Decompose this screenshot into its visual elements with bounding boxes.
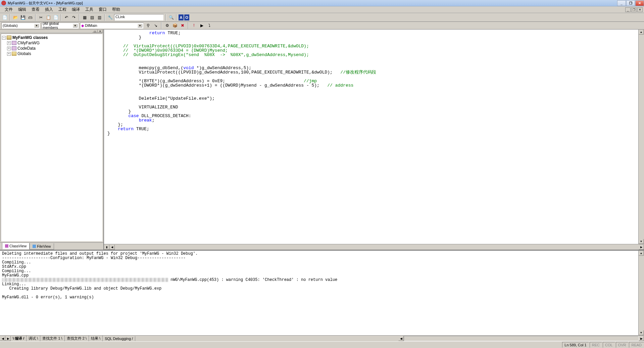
- code-content[interactable]: return TRUE; } // VirtualProtect((LPVOID…: [104, 30, 644, 137]
- fileview-icon: [33, 245, 36, 248]
- window-title: MyFanWG - 创天中文VC++ - [MyFanWG.cpp]: [8, 1, 83, 6]
- collapse-icon[interactable]: −: [2, 36, 6, 40]
- tree-class-cmyfanwg[interactable]: + CMyFanWG: [2, 40, 101, 46]
- compile-icon[interactable]: ⚙: [164, 22, 170, 29]
- mdi-close[interactable]: ✕: [637, 7, 643, 12]
- output-tab-debug[interactable]: 调试 \: [27, 336, 40, 341]
- hscroll-right-icon[interactable]: ▶: [639, 336, 644, 341]
- class-tree[interactable]: − MyFanWG classes + CMyFanWG + CodeData …: [1, 34, 103, 242]
- breakpoint-icon[interactable]: !: [191, 22, 197, 29]
- scroll-down-icon[interactable]: ▼: [639, 239, 644, 244]
- redacted-path: [2, 278, 168, 282]
- stop-build-icon[interactable]: ✖: [179, 22, 186, 29]
- panel-close-icon[interactable]: ✕: [98, 30, 103, 33]
- undo-icon[interactable]: ↶: [63, 14, 70, 21]
- filter-icon[interactable]: ⚲: [145, 22, 151, 29]
- tab-scroll-right-icon[interactable]: ▶: [5, 336, 11, 341]
- members-combo[interactable]: (All global members▼: [41, 22, 79, 29]
- menu-build[interactable]: 编译: [69, 6, 83, 13]
- paste-icon[interactable]: 📄: [52, 14, 59, 21]
- expand-icon[interactable]: +: [7, 41, 11, 45]
- editor-hscrollbar[interactable]: ▮ ◀ ▶: [104, 244, 644, 250]
- tab-fileview[interactable]: FileView: [30, 243, 54, 250]
- statusbar: Ln 589, Col 1 REC COL OVR READ: [0, 341, 644, 348]
- folder-icon: [12, 52, 16, 56]
- redo-icon[interactable]: ↷: [70, 14, 77, 21]
- tab-classview[interactable]: ClassView: [2, 243, 30, 249]
- output-tabs: ◀ ▶ \ 编译 / 调试 \ 查找文件 1 \ 查找文件 2 \ 结果 \ S…: [0, 335, 644, 341]
- save-icon[interactable]: 💾: [19, 14, 26, 21]
- status-read: READ: [629, 342, 644, 348]
- maximize-button[interactable]: ❐: [626, 0, 635, 6]
- mdi-controls: _ ❐ ✕: [625, 7, 644, 12]
- menu-tools[interactable]: 工具: [83, 6, 96, 13]
- class-icon: [12, 41, 16, 45]
- new-file-icon[interactable]: 📄: [1, 14, 8, 21]
- output-window-icon[interactable]: ▤: [89, 14, 95, 21]
- tree-root[interactable]: − MyFanWG classes: [2, 35, 101, 40]
- editor-vscrollbar[interactable]: ▲ ▼: [638, 30, 644, 244]
- go-icon[interactable]: ▶: [198, 22, 205, 29]
- workspace-panel: ▭ ✕ − MyFanWG classes + CMyFanWG + CodeD…: [0, 30, 104, 250]
- class-combo[interactable]: CLink: [114, 14, 164, 21]
- tab-scroll-left-icon[interactable]: ◀: [0, 336, 5, 341]
- output-tab-find1[interactable]: 查找文件 1 \: [40, 336, 64, 341]
- code-editor[interactable]: return TRUE; } // VirtualProtect((LPVOID…: [104, 30, 644, 250]
- open-icon[interactable]: 📂: [12, 14, 19, 21]
- window-list-icon[interactable]: ▥: [96, 14, 103, 21]
- output-vscrollbar[interactable]: ▲ ▼: [638, 251, 644, 335]
- close-button[interactable]: ✕: [635, 0, 644, 6]
- save-all-icon[interactable]: 🗃: [27, 14, 34, 21]
- app-icon: [1, 1, 6, 5]
- classes-icon: [7, 36, 11, 40]
- mdi-restore[interactable]: ❐: [631, 7, 637, 12]
- class-wizard-icon[interactable]: 🔧: [107, 14, 113, 21]
- bookmark-o-icon[interactable]: O: [184, 14, 189, 20]
- mdi-minimize[interactable]: _: [625, 7, 631, 12]
- scroll-right-icon[interactable]: ▶: [639, 245, 644, 250]
- menu-window[interactable]: 窗口: [96, 6, 109, 13]
- tree-globals[interactable]: + Globals: [2, 51, 101, 56]
- copy-icon[interactable]: 📋: [45, 14, 52, 21]
- classview-icon: [5, 244, 8, 248]
- menubar: 文件 编辑 查看 插入 工程 编译 工具 窗口 帮助 _ ❐ ✕: [0, 6, 644, 13]
- workspace-icon[interactable]: ▦: [81, 14, 88, 21]
- output-tab-sql[interactable]: SQL Debugging /: [103, 336, 135, 341]
- scope-combo[interactable]: (Globals)▼: [1, 22, 40, 29]
- menu-file[interactable]: 文件: [2, 6, 15, 13]
- status-position: Ln 589, Col 1: [562, 342, 589, 348]
- step-icon[interactable]: ⤵: [206, 22, 213, 29]
- output-tab-build[interactable]: \ 编译 /: [11, 336, 27, 341]
- menu-help[interactable]: 帮助: [109, 6, 123, 13]
- wizard-toolbar: (Globals)▼ (All global members▼ ◆DllMain…: [0, 22, 644, 30]
- scroll-up-icon[interactable]: ▲: [639, 251, 644, 256]
- class-icon: [12, 46, 16, 50]
- tree-class-codedata[interactable]: + CodeData: [2, 46, 101, 51]
- output-tab-results[interactable]: 结果 \: [89, 336, 103, 341]
- menu-edit[interactable]: 编辑: [15, 6, 29, 13]
- scroll-left-icon[interactable]: ◀: [109, 245, 115, 250]
- output-text[interactable]: Deleting intermediate files and output f…: [0, 251, 644, 335]
- scroll-down-icon[interactable]: ▼: [639, 330, 644, 335]
- expand-icon[interactable]: +: [7, 52, 11, 56]
- menu-insert[interactable]: 插入: [42, 6, 56, 13]
- panel-undock-icon[interactable]: ▭: [92, 30, 98, 33]
- output-tab-find2[interactable]: 查找文件 2 \: [65, 336, 89, 341]
- hscroll-left-icon[interactable]: ◀: [398, 336, 404, 341]
- find-icon[interactable]: 🔍: [168, 14, 175, 21]
- status-rec: REC: [590, 342, 602, 348]
- function-combo[interactable]: ◆DllMain▼: [80, 22, 144, 29]
- minimize-button[interactable]: _: [617, 0, 626, 6]
- expand-icon[interactable]: +: [7, 47, 11, 50]
- cut-icon[interactable]: ✂: [38, 14, 44, 21]
- build-icon[interactable]: 📦: [171, 22, 178, 29]
- main-area: ▭ ✕ − MyFanWG classes + CMyFanWG + CodeD…: [0, 30, 644, 250]
- menu-view[interactable]: 查看: [29, 6, 42, 13]
- scroll-up-icon[interactable]: ▲: [639, 30, 644, 35]
- split-icon[interactable]: ▮: [104, 245, 109, 250]
- status-ovr: OVR: [616, 342, 629, 348]
- menu-project[interactable]: 工程: [56, 6, 69, 13]
- goto-icon[interactable]: ↘: [152, 22, 159, 29]
- titlebar: MyFanWG - 创天中文VC++ - [MyFanWG.cpp] _ ❐ ✕: [0, 0, 644, 6]
- bookmark-a-icon[interactable]: A: [179, 14, 184, 20]
